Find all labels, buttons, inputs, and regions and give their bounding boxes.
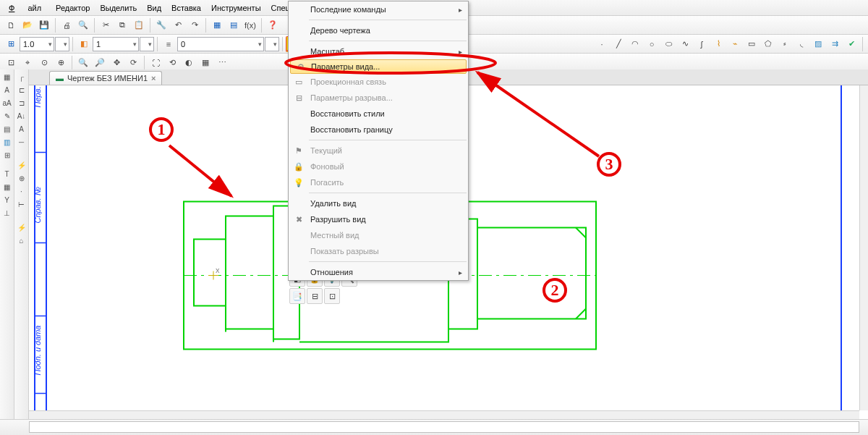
layer-dd[interactable] — [140, 37, 154, 51]
lineweight-combo[interactable]: 1.0 — [20, 37, 54, 51]
open-icon[interactable]: 📂 — [20, 17, 35, 33]
menu-editor[interactable]: Редактор — [51, 1, 94, 14]
rect-icon[interactable]: ▭ — [744, 36, 760, 52]
line-icon[interactable]: ╱ — [610, 36, 626, 52]
vtool-t-icon[interactable]: T — [1, 168, 13, 180]
snap3-icon[interactable]: ⊙ — [36, 55, 52, 71]
vtool-ax-icon[interactable]: ⊥ — [1, 207, 13, 219]
grid-icon[interactable]: ⊞ — [3, 36, 19, 52]
properties-icon[interactable]: 🔧 — [153, 17, 169, 33]
chamfer-icon[interactable]: ⸗ — [777, 36, 793, 52]
ctx-destroy-view[interactable]: ✖Разрушить вид — [289, 211, 468, 227]
menu-insert[interactable]: Вставка — [167, 1, 205, 14]
spline-icon[interactable]: ∿ — [677, 36, 693, 52]
arc-icon[interactable]: ◠ — [627, 36, 643, 52]
save-icon[interactable]: 💾 — [36, 17, 52, 33]
new-icon[interactable]: 🗋 — [3, 17, 19, 33]
document-tab[interactable]: ▬ Чертеж БЕЗ ИМЕНИ1 × — [49, 71, 162, 85]
menu-file[interactable]: Файл — [4, 1, 50, 14]
vertical-scrollbar[interactable] — [859, 85, 868, 410]
snap1-icon[interactable]: ⊡ — [3, 55, 19, 71]
hatch-icon[interactable]: ▨ — [810, 36, 826, 52]
vtool2-c[interactable]: ⊐ — [16, 97, 27, 109]
vtool-text-icon[interactable]: aA — [1, 97, 13, 109]
vtool2-i[interactable]: · — [16, 185, 27, 197]
command-input[interactable] — [29, 421, 859, 433]
vtool2-h[interactable]: ⊕ — [16, 172, 27, 184]
nurbs-icon[interactable]: ⌇ — [710, 36, 726, 52]
vtool2-k[interactable]: ⚡ — [16, 221, 27, 233]
snap2-icon[interactable]: ⌖ — [20, 55, 35, 71]
proj-icon: ▭ — [293, 76, 305, 88]
redo-icon[interactable]: ↷ — [187, 17, 203, 33]
vtool2-a[interactable]: ┌ — [16, 71, 27, 83]
manager-icon[interactable]: ▤ — [226, 17, 242, 33]
vtool2-b[interactable]: ⊏ — [16, 84, 27, 96]
vtool-dim-icon[interactable]: A — [1, 84, 13, 96]
equi-icon[interactable]: ⇉ — [827, 36, 843, 52]
vtool2-d[interactable]: A↓ — [16, 110, 27, 122]
ctx-delete-view[interactable]: Удалить вид — [289, 195, 468, 211]
vtool2-e[interactable]: A — [16, 123, 27, 135]
fb-break1-icon[interactable]: ⊟ — [307, 288, 323, 304]
vtool-note-icon[interactable]: ✎ — [1, 110, 13, 122]
layer-combo[interactable]: 1 — [93, 37, 139, 51]
lineweight-dd[interactable] — [55, 37, 69, 51]
polyline-icon[interactable]: ⌁ — [727, 36, 743, 52]
separator — [150, 18, 150, 33]
style-combo[interactable]: 0 — [177, 37, 264, 51]
rotate-icon[interactable]: ⟳ — [125, 55, 141, 71]
fit-icon[interactable]: ⛶ — [148, 55, 163, 71]
undo-icon[interactable]: ↶ — [170, 17, 186, 33]
point-icon[interactable]: · — [594, 36, 610, 52]
refresh-icon[interactable]: ⟲ — [164, 55, 180, 71]
close-tab-icon[interactable]: × — [151, 74, 156, 83]
vtool-param-icon[interactable]: ⊞ — [1, 149, 13, 161]
menu-select[interactable]: Выделить — [95, 1, 141, 14]
horizontal-scrollbar[interactable] — [29, 410, 859, 419]
wireframe-icon[interactable]: ▦ — [197, 55, 213, 71]
ellipse-icon[interactable]: ⬭ — [660, 36, 676, 52]
zoom-out-icon[interactable]: 🔎 — [92, 55, 108, 71]
snap4-icon[interactable]: ⊕ — [53, 55, 69, 71]
variables-icon[interactable]: f(x) — [242, 17, 258, 33]
zoom-in-icon[interactable]: 🔍 — [75, 55, 91, 71]
preview-icon[interactable]: 🔍 — [75, 17, 91, 33]
help-icon[interactable]: ❓ — [265, 17, 281, 33]
collect-icon[interactable]: ✔ — [843, 36, 859, 52]
library-icon[interactable]: ▦ — [209, 17, 225, 33]
ctx-restore-boundary[interactable]: Восстановить границу — [289, 122, 468, 138]
style-icon[interactable]: ≡ — [161, 36, 176, 52]
layer-icon[interactable]: ◧ — [76, 36, 92, 52]
copy-icon[interactable]: ⧉ — [114, 17, 130, 33]
vtool-table-icon[interactable]: ▥ — [1, 136, 13, 148]
pan-icon[interactable]: ✥ — [109, 55, 124, 71]
vtool2-f[interactable]: ─ — [16, 136, 27, 148]
style-dd[interactable] — [265, 37, 279, 51]
fillet-icon[interactable]: ◟ — [793, 36, 809, 52]
fb-props-icon[interactable]: 📑 — [289, 288, 305, 304]
vtool-tab-icon[interactable]: ▦ — [1, 181, 13, 193]
ctx-recent-commands[interactable]: Последние команды — [289, 1, 468, 17]
circle-icon[interactable]: ○ — [644, 36, 660, 52]
annotation-arrow-1 — [165, 141, 244, 206]
polygon-icon[interactable]: ⬠ — [760, 36, 776, 52]
menu-view[interactable]: Вид — [142, 1, 166, 14]
vtool-y-icon[interactable]: Y — [1, 194, 13, 206]
vtool2-g[interactable]: ⚡ — [16, 159, 27, 171]
ctx-drawing-tree[interactable]: Дерево чертежа — [289, 22, 468, 38]
vtool-geom-icon[interactable]: ▦ — [1, 71, 13, 83]
shade-icon[interactable]: ◐ — [181, 55, 197, 71]
ctx-restore-styles[interactable]: Восстановить стили — [289, 106, 468, 122]
bezier-icon[interactable]: ∫ — [694, 36, 710, 52]
cut-icon[interactable]: ✂ — [98, 17, 114, 33]
paste-icon[interactable]: 📋 — [131, 17, 147, 33]
extra-icon[interactable]: ⋯ — [214, 55, 230, 71]
vtool-edit-icon[interactable]: ▤ — [1, 123, 13, 135]
ctx-relations[interactable]: Отношения — [289, 264, 468, 280]
print-icon[interactable]: 🖨 — [59, 17, 75, 33]
menu-tools[interactable]: Инструменты — [207, 1, 265, 14]
vtool2-j[interactable]: ⊢ — [16, 198, 27, 210]
vtool2-l[interactable]: ⌂ — [16, 235, 27, 246]
fb-break2-icon[interactable]: ⊡ — [324, 288, 340, 304]
